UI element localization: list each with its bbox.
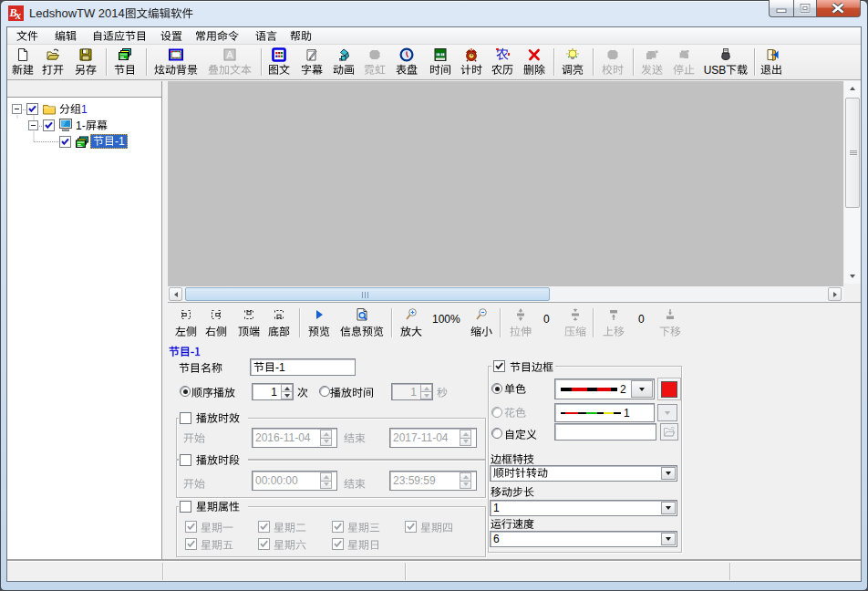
svg-text:x: x xyxy=(15,9,21,21)
